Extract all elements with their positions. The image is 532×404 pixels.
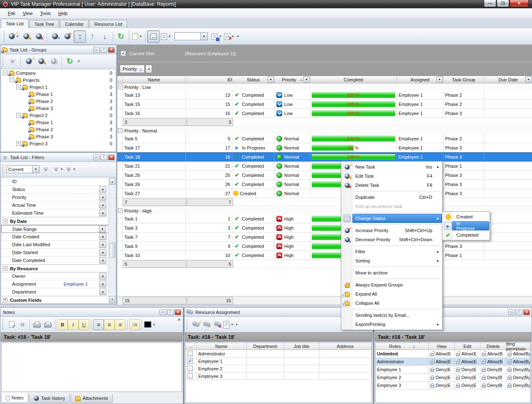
task-row-task-26[interactable]: Task 2626✔CompletedNormal100 %Employee 1… — [117, 180, 532, 189]
filter-dropdown-button[interactable]: ▼ — [99, 281, 106, 287]
move-down-button[interactable]: ↓ — [99, 30, 111, 43]
filter-group-by-resource[interactable]: −By Resource — [1, 264, 116, 272]
current-filter-checkbox[interactable]: ✓ — [121, 51, 126, 56]
panel-pin-button[interactable]: ⊤ — [101, 47, 107, 53]
groups-toolbar-overflow[interactable]: ▼ — [77, 60, 80, 63]
collapse-icon[interactable]: − — [16, 113, 21, 118]
filter-dropdown-button[interactable]: ▼ — [99, 186, 106, 193]
resource-toolbar-overflow[interactable]: ▼ — [235, 323, 238, 326]
print-button[interactable] — [42, 319, 53, 330]
expand-icon[interactable]: + — [3, 298, 7, 302]
permission-row-employee-2[interactable]: Employee 2Deny(EDeny(EDeny(BDeny(By — [376, 374, 530, 382]
notes-tab-task-history[interactable]: Task history — [29, 394, 70, 403]
tree-node-projects[interactable]: −Projects0 — [1, 76, 116, 83]
menu-item-delete-task[interactable]: ✕Delete TaskF8 — [341, 181, 442, 190]
panel-close-button[interactable]: ✕ — [175, 309, 181, 315]
menu-item-roll-up-recurrence-task[interactable]: Roll up recurrence task — [341, 202, 442, 211]
permissions-column-view[interactable]: View — [429, 343, 455, 350]
menu-item-collapse-all[interactable]: +Collapse All — [341, 299, 442, 308]
menu-file[interactable]: File — [4, 9, 19, 17]
collapse-icon[interactable]: − — [3, 71, 7, 75]
menu-item-export-printing[interactable]: Export/Printing► — [341, 320, 442, 329]
filter-group-custom-fields[interactable]: +Custom Fields — [1, 296, 116, 304]
filter-preset-combobox[interactable]: Current▼ — [6, 165, 39, 173]
tree-node-phase-3[interactable]: Phase 33 — [1, 133, 116, 140]
underline-button[interactable]: U — [79, 319, 89, 330]
menu-item-completed[interactable]: ✔Completed — [442, 230, 490, 240]
panel-close-button[interactable]: ✕ — [108, 47, 115, 53]
filter-row-owner[interactable]: Owner▼ — [1, 272, 116, 280]
menu-item-sending-task-s-by-email[interactable]: Sending task(s) by Email... — [341, 311, 442, 320]
filter-dropdown-button[interactable]: ▼ — [99, 233, 106, 240]
filter-group-by-date[interactable]: −By Date — [1, 217, 116, 225]
tree-node-phase-1[interactable]: Phase 13 — [1, 91, 116, 98]
menu-view[interactable]: View — [19, 9, 37, 17]
filter-dropdown-button[interactable]: ▼ — [99, 226, 106, 233]
resource-column-address[interactable]: Address — [319, 343, 372, 350]
permissions-column-edit[interactable]: Edit — [455, 343, 480, 350]
filter-dropdown-button[interactable]: ▼ — [99, 241, 106, 248]
tab-calendar[interactable]: Calendar — [60, 20, 89, 28]
column-header-id[interactable]: ID — [186, 76, 232, 83]
collapse-icon[interactable]: − — [118, 128, 123, 133]
unchecked-checkbox[interactable] — [187, 351, 193, 356]
scroll-up-button[interactable]: ▲ — [109, 178, 115, 185]
collapse-icon[interactable]: − — [118, 208, 123, 213]
column-filter-button[interactable]: ▼ — [525, 76, 532, 83]
column-header-due-date[interactable]: Due Date▼ — [484, 76, 532, 83]
apply-filter-button[interactable] — [39, 163, 52, 176]
post-note-button[interactable]: ✔ — [6, 319, 17, 330]
task-row-task-5[interactable]: Task 55✔CompletedNormal100 %Employee 1Ph… — [117, 134, 532, 143]
panel-close-button[interactable]: ✕ — [523, 309, 530, 315]
edit-group-button[interactable]: ✎ — [35, 55, 47, 68]
task-row-task-10[interactable]: Task 1010✔CompletedHigh100 %Employee 1Ph… — [117, 251, 532, 260]
align-left-button[interactable]: ≡ — [93, 319, 104, 330]
align-right-button[interactable]: ≡ — [115, 319, 126, 330]
move-up-down-button[interactable]: ↕ — [74, 30, 86, 43]
group-by-priority-button[interactable]: Priority △ — [120, 65, 145, 73]
scroll-thumb[interactable] — [109, 243, 115, 258]
panel-pin-button[interactable]: ⊤ — [167, 309, 174, 315]
menu-item-filter[interactable]: Filter► — [341, 247, 442, 256]
resource-column-department[interactable]: Department — [246, 343, 284, 350]
filter-row-status[interactable]: Status▼ — [1, 186, 116, 193]
minimize-button[interactable]: — — [484, 0, 496, 7]
menu-item-change-status[interactable]: Change Status► — [341, 214, 442, 223]
permission-row-unlimited[interactable]: UnlimitedAllow(EAllow(EAllow(BAllow(By — [376, 350, 530, 358]
filter-dropdown-button[interactable]: ▼ — [99, 249, 106, 256]
fit-columns-button[interactable] — [147, 30, 160, 43]
menu-item-created[interactable]: Created — [442, 212, 490, 221]
refresh-groups-button[interactable]: ↻ — [64, 55, 76, 68]
task-row-task-16[interactable]: Task 1616✔CompletedLow100 %Employee 1Pha… — [117, 109, 532, 118]
resource-row-employee-3[interactable]: Employee 3 — [186, 372, 372, 380]
filters-scrollbar[interactable]: ▲ ▼ — [108, 178, 116, 303]
filter-dropdown-button[interactable]: ▼ — [99, 273, 106, 279]
column-filter-button[interactable]: ▼ — [436, 76, 443, 83]
filter-row-actual-time[interactable]: Actual Time▼ — [1, 201, 116, 209]
resource-column-[interactable]: ... — [186, 343, 197, 350]
panel-minimize-button[interactable]: ▭ — [93, 154, 100, 160]
delete-task-button[interactable]: ✕ — [32, 30, 45, 43]
delete-group-button[interactable]: ✕ — [47, 55, 60, 68]
menu-item-edit-task[interactable]: ✎Edit TaskF4 — [341, 171, 442, 181]
filter-row-priority[interactable]: Priority▼ — [1, 193, 116, 201]
column-header-assigned[interactable]: Assigned▼ — [397, 76, 443, 83]
filter-row-id[interactable]: ID — [1, 178, 116, 186]
resource-row-employee-1[interactable]: ✓Employee 1 — [186, 357, 372, 365]
notes-editor[interactable] — [1, 343, 182, 392]
save-layout-button[interactable]: ▼ — [210, 30, 223, 43]
priority-task-button[interactable]: ▲ — [61, 30, 74, 43]
column-filter-button[interactable]: ▼ — [268, 76, 274, 83]
notes-tab-notes[interactable]: Notes — [1, 393, 28, 403]
column-filter-button[interactable]: ▼ — [303, 76, 310, 83]
font-color-button[interactable]: ▼ — [144, 319, 156, 330]
permissions-column-delete[interactable]: Delete — [480, 343, 506, 350]
task-row-task-18[interactable]: Task 1818✔CompletedNormal100 %Employee 1… — [117, 152, 532, 162]
edit-assignment-button[interactable]: ✎ — [201, 319, 212, 330]
tab-task-tree[interactable]: Task Tree — [30, 20, 59, 28]
refresh-button[interactable]: ↻ — [115, 30, 127, 43]
scroll-down-button[interactable]: ▼ — [109, 296, 115, 303]
panel-close-button[interactable]: ✕ — [108, 154, 115, 160]
menu-item-always-expand-groups[interactable]: Always Expand Groups — [341, 280, 442, 289]
delete-note-button[interactable]: ✕ — [17, 319, 28, 330]
